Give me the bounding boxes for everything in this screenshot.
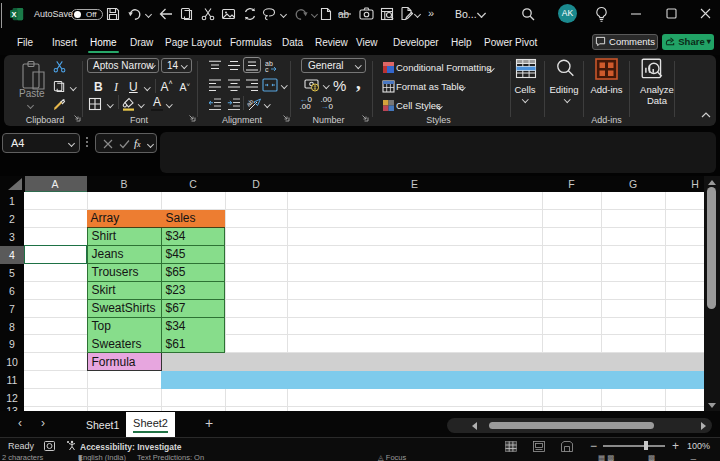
svg-text:c: c <box>265 66 269 73</box>
svg-text:ab: ab <box>247 97 255 107</box>
svg-text:X: X <box>11 10 16 19</box>
